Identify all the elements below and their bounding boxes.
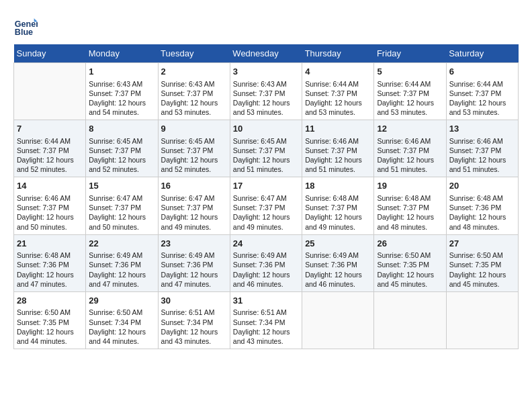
calendar-cell: 17Sunrise: 6:47 AMSunset: 7:37 PMDayligh… (230, 177, 302, 234)
day-number: 16 (161, 180, 227, 192)
day-info: Sunrise: 6:46 AMSunset: 7:37 PMDaylight:… (449, 136, 515, 175)
day-number: 10 (233, 123, 299, 135)
calendar-cell: 31Sunrise: 6:51 AMSunset: 7:34 PMDayligh… (230, 291, 302, 349)
day-number: 1 (89, 66, 154, 78)
day-info: Sunrise: 6:45 AMSunset: 7:37 PMDaylight:… (161, 136, 227, 175)
day-number: 11 (305, 123, 371, 135)
day-info: Sunrise: 6:49 AMSunset: 7:36 PMDaylight:… (233, 250, 299, 289)
day-info: Sunrise: 6:47 AMSunset: 7:37 PMDaylight:… (89, 193, 154, 232)
calendar-cell: 29Sunrise: 6:50 AMSunset: 7:34 PMDayligh… (86, 291, 158, 349)
day-info: Sunrise: 6:49 AMSunset: 7:36 PMDaylight:… (89, 250, 154, 289)
day-number: 28 (17, 295, 83, 307)
day-number: 12 (377, 123, 443, 135)
day-number: 20 (449, 180, 515, 192)
day-info: Sunrise: 6:49 AMSunset: 7:36 PMDaylight:… (305, 250, 371, 289)
calendar-cell: 2Sunrise: 6:43 AMSunset: 7:37 PMDaylight… (158, 63, 230, 120)
calendar-cell (302, 291, 374, 349)
day-number: 5 (377, 66, 443, 78)
day-number: 25 (305, 238, 371, 250)
day-info: Sunrise: 6:50 AMSunset: 7:35 PMDaylight:… (449, 250, 515, 289)
day-number: 17 (233, 180, 299, 192)
day-info: Sunrise: 6:50 AMSunset: 7:34 PMDaylight:… (89, 308, 154, 346)
calendar-cell (374, 291, 446, 349)
day-number: 7 (17, 123, 83, 135)
week-row-1: 1Sunrise: 6:43 AMSunset: 7:37 PMDaylight… (14, 63, 519, 120)
calendar-cell: 30Sunrise: 6:51 AMSunset: 7:34 PMDayligh… (158, 291, 230, 349)
day-info: Sunrise: 6:49 AMSunset: 7:36 PMDaylight:… (161, 250, 227, 289)
calendar-cell: 5Sunrise: 6:44 AMSunset: 7:37 PMDaylight… (374, 63, 446, 120)
day-number: 13 (449, 123, 515, 135)
day-info: Sunrise: 6:50 AMSunset: 7:35 PMDaylight:… (377, 250, 443, 289)
weekday-saturday: Saturday (446, 44, 518, 63)
calendar-cell: 22Sunrise: 6:49 AMSunset: 7:36 PMDayligh… (86, 234, 158, 291)
page-header: General Blue (13, 13, 519, 38)
day-number: 3 (233, 66, 299, 78)
day-info: Sunrise: 6:44 AMSunset: 7:37 PMDaylight:… (449, 79, 515, 118)
day-info: Sunrise: 6:48 AMSunset: 7:36 PMDaylight:… (17, 250, 83, 289)
calendar-cell: 21Sunrise: 6:48 AMSunset: 7:36 PMDayligh… (14, 234, 86, 291)
calendar-cell: 19Sunrise: 6:48 AMSunset: 7:37 PMDayligh… (374, 177, 446, 234)
calendar-table: SundayMondayTuesdayWednesdayThursdayFrid… (13, 44, 519, 349)
calendar-cell: 10Sunrise: 6:45 AMSunset: 7:37 PMDayligh… (230, 120, 302, 177)
day-number: 19 (377, 180, 443, 192)
calendar-cell: 18Sunrise: 6:48 AMSunset: 7:37 PMDayligh… (302, 177, 374, 234)
logo-icon: General Blue (13, 13, 38, 38)
calendar-cell: 13Sunrise: 6:46 AMSunset: 7:37 PMDayligh… (446, 120, 518, 177)
calendar-cell: 26Sunrise: 6:50 AMSunset: 7:35 PMDayligh… (374, 234, 446, 291)
week-row-2: 7Sunrise: 6:44 AMSunset: 7:37 PMDaylight… (14, 120, 519, 177)
weekday-monday: Monday (86, 44, 158, 63)
calendar-cell (446, 291, 518, 349)
day-number: 27 (449, 238, 515, 250)
calendar-cell: 6Sunrise: 6:44 AMSunset: 7:37 PMDaylight… (446, 63, 518, 120)
day-number: 2 (161, 66, 227, 78)
weekday-friday: Friday (374, 44, 446, 63)
day-info: Sunrise: 6:48 AMSunset: 7:37 PMDaylight:… (305, 193, 371, 232)
day-info: Sunrise: 6:48 AMSunset: 7:37 PMDaylight:… (377, 193, 443, 232)
day-info: Sunrise: 6:51 AMSunset: 7:34 PMDaylight:… (233, 308, 299, 346)
calendar-body: 1Sunrise: 6:43 AMSunset: 7:37 PMDaylight… (14, 63, 519, 349)
calendar-cell: 8Sunrise: 6:45 AMSunset: 7:37 PMDaylight… (86, 120, 158, 177)
calendar-cell: 11Sunrise: 6:46 AMSunset: 7:37 PMDayligh… (302, 120, 374, 177)
calendar-cell: 16Sunrise: 6:47 AMSunset: 7:37 PMDayligh… (158, 177, 230, 234)
day-info: Sunrise: 6:46 AMSunset: 7:37 PMDaylight:… (377, 136, 443, 175)
day-number: 21 (17, 238, 83, 250)
calendar-cell: 4Sunrise: 6:44 AMSunset: 7:37 PMDaylight… (302, 63, 374, 120)
day-number: 26 (377, 238, 443, 250)
week-row-3: 14Sunrise: 6:46 AMSunset: 7:37 PMDayligh… (14, 177, 519, 234)
day-info: Sunrise: 6:43 AMSunset: 7:37 PMDaylight:… (161, 79, 227, 118)
day-info: Sunrise: 6:50 AMSunset: 7:35 PMDaylight:… (17, 308, 83, 346)
day-number: 15 (89, 180, 154, 192)
day-info: Sunrise: 6:46 AMSunset: 7:37 PMDaylight:… (17, 193, 83, 232)
calendar-cell (14, 63, 86, 120)
day-number: 29 (89, 295, 154, 307)
day-number: 24 (233, 238, 299, 250)
week-row-5: 28Sunrise: 6:50 AMSunset: 7:35 PMDayligh… (14, 291, 519, 349)
day-info: Sunrise: 6:47 AMSunset: 7:37 PMDaylight:… (161, 193, 227, 232)
day-number: 8 (89, 123, 154, 135)
weekday-header-row: SundayMondayTuesdayWednesdayThursdayFrid… (14, 44, 519, 63)
calendar-cell: 25Sunrise: 6:49 AMSunset: 7:36 PMDayligh… (302, 234, 374, 291)
weekday-sunday: Sunday (14, 44, 86, 63)
day-info: Sunrise: 6:43 AMSunset: 7:37 PMDaylight:… (89, 79, 154, 118)
day-number: 22 (89, 238, 154, 250)
calendar-cell: 7Sunrise: 6:44 AMSunset: 7:37 PMDaylight… (14, 120, 86, 177)
day-number: 9 (161, 123, 227, 135)
day-info: Sunrise: 6:51 AMSunset: 7:34 PMDaylight:… (161, 308, 227, 346)
day-info: Sunrise: 6:45 AMSunset: 7:37 PMDaylight:… (233, 136, 299, 175)
day-info: Sunrise: 6:45 AMSunset: 7:37 PMDaylight:… (89, 136, 154, 175)
day-info: Sunrise: 6:46 AMSunset: 7:37 PMDaylight:… (305, 136, 371, 175)
calendar-cell: 27Sunrise: 6:50 AMSunset: 7:35 PMDayligh… (446, 234, 518, 291)
day-number: 23 (161, 238, 227, 250)
weekday-tuesday: Tuesday (158, 44, 230, 63)
day-info: Sunrise: 6:43 AMSunset: 7:37 PMDaylight:… (233, 79, 299, 118)
calendar-cell: 12Sunrise: 6:46 AMSunset: 7:37 PMDayligh… (374, 120, 446, 177)
calendar-cell: 23Sunrise: 6:49 AMSunset: 7:36 PMDayligh… (158, 234, 230, 291)
calendar-cell: 1Sunrise: 6:43 AMSunset: 7:37 PMDaylight… (86, 63, 158, 120)
day-info: Sunrise: 6:44 AMSunset: 7:37 PMDaylight:… (17, 136, 83, 175)
day-number: 31 (233, 295, 299, 307)
day-info: Sunrise: 6:44 AMSunset: 7:37 PMDaylight:… (305, 79, 371, 118)
calendar-cell: 9Sunrise: 6:45 AMSunset: 7:37 PMDaylight… (158, 120, 230, 177)
day-number: 30 (161, 295, 227, 307)
calendar-cell: 24Sunrise: 6:49 AMSunset: 7:36 PMDayligh… (230, 234, 302, 291)
calendar-cell: 15Sunrise: 6:47 AMSunset: 7:37 PMDayligh… (86, 177, 158, 234)
